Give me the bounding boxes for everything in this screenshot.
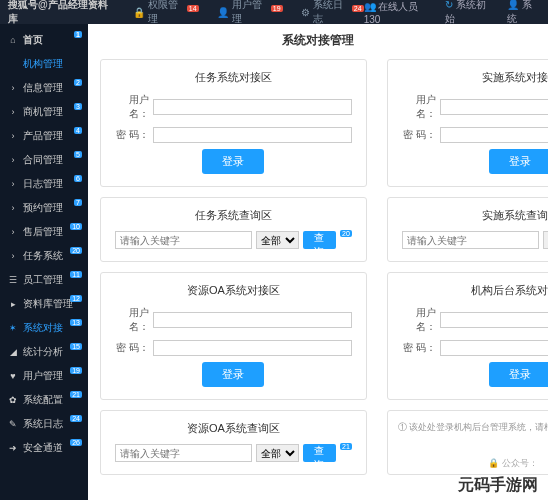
filter-select[interactable]: 全部 xyxy=(256,444,299,462)
pwd-label: 密 码： xyxy=(115,128,149,142)
sidebar-item-label: 售后管理 xyxy=(23,225,63,239)
sidebar-item-7[interactable]: ›预约管理7 xyxy=(0,196,88,220)
password-input[interactable] xyxy=(153,340,352,356)
login-button[interactable]: 登录 xyxy=(489,149,548,174)
panel-title: 机构后台系统对接区 xyxy=(402,283,548,298)
chevron-icon: ✿ xyxy=(8,395,18,405)
nav-user[interactable]: 👤用户管理19 xyxy=(217,0,283,26)
chevron-icon: › xyxy=(8,179,18,189)
sidebar-item-12[interactable]: ✶系统对接13 xyxy=(0,316,88,340)
sidebar-item-10[interactable]: ☰员工管理11 xyxy=(0,268,88,292)
panel-impl-connect: 实施系统对接区 用户名： 密 码： 登录 xyxy=(387,59,548,187)
sidebar-item-label: 系统日志 xyxy=(23,417,63,431)
user-label: 用户名： xyxy=(402,306,436,334)
sidebar-item-label: 日志管理 xyxy=(23,177,63,191)
username-input[interactable] xyxy=(153,312,352,328)
login-button[interactable]: 登录 xyxy=(202,362,264,387)
sidebar-item-14[interactable]: ♥用户管理19 xyxy=(0,364,88,388)
chevron-icon: › xyxy=(8,83,18,93)
chevron-icon: ➜ xyxy=(8,443,18,453)
password-input[interactable] xyxy=(440,340,548,356)
search-input[interactable] xyxy=(115,231,252,249)
chevron-icon: › xyxy=(8,227,18,237)
sidebar-item-2[interactable]: ›信息管理2 xyxy=(0,76,88,100)
search-button[interactable]: 查询 xyxy=(303,231,336,249)
sidebar-item-5[interactable]: ›合同管理5 xyxy=(0,148,88,172)
password-input[interactable] xyxy=(440,127,548,143)
panel-oa-query: 资源OA系统查询区 全部 查询21 xyxy=(100,410,367,475)
badge: 24 xyxy=(70,415,82,422)
sidebar-item-6[interactable]: ›日志管理6 xyxy=(0,172,88,196)
sidebar-item-13[interactable]: ◢统计分析15 xyxy=(0,340,88,364)
pwd-label: 密 码： xyxy=(402,128,436,142)
chevron-icon: › xyxy=(8,107,18,117)
user2-icon: 👤 xyxy=(507,0,519,10)
sidebar-item-15[interactable]: ✿系统配置21 xyxy=(0,388,88,412)
user-label: 用户名： xyxy=(402,93,436,121)
sidebar-item-label: 商机管理 xyxy=(23,105,63,119)
filter-select[interactable]: 全部 xyxy=(256,231,299,249)
footer-brand: 元码手游网 xyxy=(458,475,538,496)
search-input[interactable] xyxy=(115,444,252,462)
badge: 19 xyxy=(70,367,82,374)
brand-label: 搜狐号@产品经理资料库 xyxy=(8,0,113,26)
panel-impl-query: 实施系统查询区 全部 查询25 xyxy=(387,197,548,262)
chevron-icon: ▸ xyxy=(8,299,18,309)
sidebar-item-label: 预约管理 xyxy=(23,201,63,215)
badge: 5 xyxy=(74,151,82,158)
badge: 20 xyxy=(340,230,352,237)
sidebar-item-0[interactable]: ⌂首页1 xyxy=(0,28,88,52)
sidebar-item-17[interactable]: ➜安全通道26 xyxy=(0,436,88,460)
sidebar-item-label: 用户管理 xyxy=(23,369,63,383)
sidebar-item-11[interactable]: ▸资料库管理12 xyxy=(0,292,88,316)
login-button[interactable]: 登录 xyxy=(489,362,548,387)
chevron-icon: ◢ xyxy=(8,347,18,357)
gear-icon: ⚙ xyxy=(301,7,310,18)
filter-select[interactable]: 全部 xyxy=(543,231,548,249)
search-input[interactable] xyxy=(402,231,539,249)
topbar-nav: 🔒权限管理14 👤用户管理19 ⚙系统日志24 xyxy=(133,0,364,26)
sidebar-item-3[interactable]: ›商机管理3 xyxy=(0,100,88,124)
nav-perm[interactable]: 🔒权限管理14 xyxy=(133,0,199,26)
sidebar-item-label: 合同管理 xyxy=(23,153,63,167)
username-input[interactable] xyxy=(440,99,548,115)
badge: 3 xyxy=(74,103,82,110)
user-label: 用户名： xyxy=(115,306,149,334)
sidebar-item-16[interactable]: ✎系统日志24 xyxy=(0,412,88,436)
panel-task-query: 任务系统查询区 全部 查询20 xyxy=(100,197,367,262)
sys-init[interactable]: ↻ 系统初始 xyxy=(445,0,493,26)
chevron-icon: ⌂ xyxy=(8,35,18,45)
sidebar: ⌂首页1机构管理›信息管理2›商机管理3›产品管理4›合同管理5›日志管理6›预… xyxy=(0,24,88,500)
badge: 21 xyxy=(340,443,352,450)
sidebar-item-label: 首页 xyxy=(23,33,43,47)
login-button[interactable]: 登录 xyxy=(202,149,264,174)
sidebar-item-label: 任务系统 xyxy=(23,249,63,263)
online-count: 👥 在线人员130 xyxy=(364,0,432,25)
chevron-icon: ♥ xyxy=(8,371,18,381)
badge: 7 xyxy=(74,199,82,206)
search-button[interactable]: 查询 xyxy=(303,444,336,462)
topbar: 搜狐号@产品经理资料库 🔒权限管理14 👤用户管理19 ⚙系统日志24 👥 在线… xyxy=(0,0,548,24)
sidebar-item-label: 系统对接 xyxy=(23,321,63,335)
panel-title: 资源OA系统查询区 xyxy=(115,421,352,436)
badge: 15 xyxy=(70,343,82,350)
nav-log[interactable]: ⚙系统日志24 xyxy=(301,0,364,26)
panel-title: 任务系统查询区 xyxy=(115,208,352,223)
badge: 2 xyxy=(74,79,82,86)
note-text: ① 该处处登录机构后台管理系统，请根据自身系统对接 xyxy=(398,422,548,432)
sidebar-item-8[interactable]: ›售后管理10 xyxy=(0,220,88,244)
topbar-right: 👥 在线人员130 ↻ 系统初始 👤 系统 xyxy=(364,0,540,26)
sys-link[interactable]: 👤 系统 xyxy=(507,0,540,26)
chevron-icon: ✶ xyxy=(8,323,18,333)
username-input[interactable] xyxy=(440,312,548,328)
password-input[interactable] xyxy=(153,127,352,143)
shield-icon: 🔒 xyxy=(133,7,145,18)
sidebar-item-4[interactable]: ›产品管理4 xyxy=(0,124,88,148)
badge: 26 xyxy=(70,439,82,446)
sidebar-item-1[interactable]: 机构管理 xyxy=(0,52,88,76)
badge: 12 xyxy=(70,295,82,302)
watermark: 🔒 公众号： xyxy=(488,457,538,470)
sidebar-item-label: 安全通道 xyxy=(23,441,63,455)
username-input[interactable] xyxy=(153,99,352,115)
sidebar-item-9[interactable]: ›任务系统20 xyxy=(0,244,88,268)
